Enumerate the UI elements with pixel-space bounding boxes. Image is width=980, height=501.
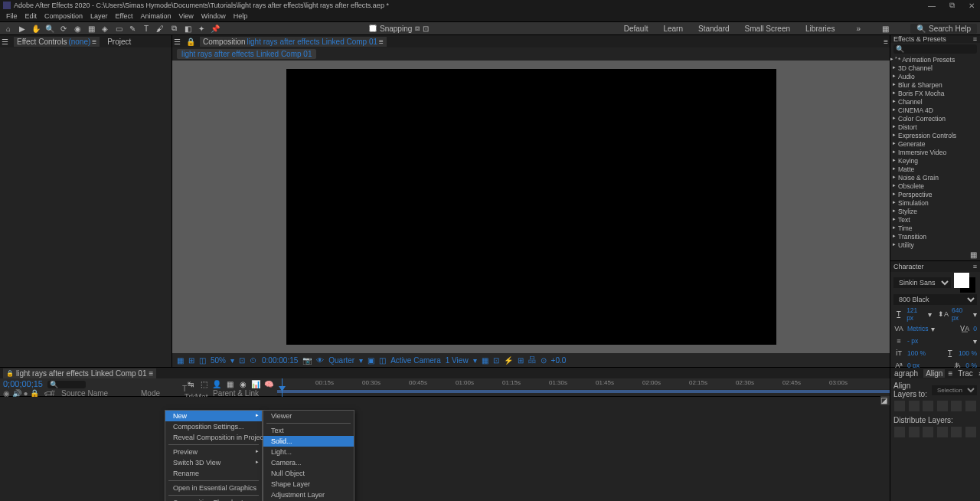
lock-icon[interactable]: 🔒 (186, 38, 195, 46)
context-menu-item[interactable]: New (165, 411, 262, 421)
orbit-tool-icon[interactable]: ⟳ (58, 23, 69, 34)
snapping-opt2-icon[interactable]: ⊡ (423, 25, 429, 33)
context-menu-item[interactable]: Shape Layer (263, 479, 354, 490)
effect-category[interactable]: Color Correction (892, 114, 978, 123)
effect-category[interactable]: 3D Channel (892, 64, 978, 72)
dist-right-button[interactable] (965, 427, 976, 437)
effect-category[interactable]: Noise & Grain (892, 173, 978, 182)
context-menu-item[interactable]: Composition Settings... (165, 421, 262, 432)
context-menu-item[interactable]: Solid... (263, 436, 354, 447)
vertical-scale[interactable]: 100 % (907, 349, 926, 357)
magnification[interactable]: 50% (211, 356, 226, 365)
tab-effect-controls[interactable]: Effect Controls (none) ≡ (14, 37, 100, 47)
tracking[interactable]: 0 (973, 325, 977, 332)
workspace-learn[interactable]: Learn (663, 25, 683, 33)
active-camera[interactable]: Active Camera (390, 356, 441, 365)
show-snapshot-icon[interactable]: 👁 (316, 356, 324, 365)
context-menu-item[interactable]: Camera... (263, 457, 354, 468)
dist-hcenter-button[interactable] (951, 427, 962, 437)
audio-icon[interactable]: 🔊 (12, 389, 21, 398)
camera-tool-icon[interactable]: ▦ (86, 23, 96, 34)
brain-icon[interactable]: 🧠 (263, 378, 274, 389)
workspace-libraries[interactable]: Libraries (805, 25, 835, 33)
current-timecode[interactable]: 0;00;00;15 (3, 379, 43, 388)
menu-composition[interactable]: Composition (41, 12, 86, 20)
pen-tool-icon[interactable]: ✎ (127, 23, 138, 34)
puppet-tool-icon[interactable]: 📌 (210, 23, 220, 34)
res-icon[interactable]: ⊡ (239, 356, 245, 365)
workspace-default[interactable]: Default (624, 25, 648, 33)
grid-icon[interactable]: ⊞ (188, 356, 194, 365)
eraser-tool-icon[interactable]: ◧ (182, 23, 193, 34)
timeline-tab[interactable]: 🔒 light rays after effects Linked Comp 0… (3, 368, 156, 378)
pan-behind-tool-icon[interactable]: ◈ (100, 23, 110, 34)
context-menu-item[interactable]: Preview (165, 447, 262, 457)
menu-help[interactable]: Help (230, 12, 251, 20)
panel-opts-icon[interactable]: ≡ (379, 38, 384, 46)
snapshot-icon[interactable]: 📷 (302, 356, 312, 365)
reset-exposure-icon[interactable]: ⊙ (541, 356, 547, 365)
dist-vcenter-button[interactable] (909, 427, 920, 437)
col-lock-icon[interactable]: 🔒 (30, 389, 39, 398)
timeline-search-input[interactable] (47, 381, 86, 388)
view-dropdown-icon[interactable]: ▾ (473, 356, 477, 365)
rect-tool-icon[interactable]: ▭ (113, 23, 124, 34)
effect-category[interactable]: * Animation Presets (892, 55, 978, 64)
work-area-bar[interactable] (277, 390, 890, 393)
flowchart-icon[interactable]: 品 (528, 355, 536, 365)
leading[interactable]: 640 px (952, 306, 970, 322)
channel-icon[interactable]: ▦ (177, 356, 184, 365)
font-family-select[interactable]: Sinkin Sans (893, 277, 951, 288)
frame-blend-icon[interactable]: ▦ (224, 378, 235, 389)
panel-opts-icon[interactable]: ≡ (973, 35, 977, 43)
align-to-select[interactable]: Selection (932, 385, 977, 395)
effect-category[interactable]: Generate (892, 139, 978, 148)
minimize-button[interactable]: — (926, 2, 937, 9)
col-source[interactable]: Source Name (57, 389, 141, 398)
effect-category[interactable]: Perspective (892, 190, 978, 198)
effect-category[interactable]: Time (892, 224, 978, 232)
tab-composition[interactable]: Composition light rays after effects Lin… (200, 37, 387, 47)
roi-icon[interactable]: ▣ (368, 356, 374, 365)
timecode-icon[interactable]: ⏲ (250, 356, 257, 365)
zoom-tool-icon[interactable]: 🔍 (44, 23, 55, 34)
align-left-button[interactable] (894, 401, 905, 411)
context-menu-item[interactable]: Rename (165, 468, 262, 479)
tab-paragraph[interactable]: agraph (892, 369, 920, 378)
snapping-opt1-icon[interactable]: ⧈ (415, 24, 420, 33)
align-right-button[interactable] (923, 401, 933, 411)
effect-category[interactable]: Boris FX Mocha (892, 89, 978, 97)
align-bottom-button[interactable] (965, 401, 976, 411)
workspace-more-icon[interactable]: » (856, 25, 861, 33)
menu-layer[interactable]: Layer (87, 12, 111, 20)
panel-opts-icon[interactable]: ≡ (149, 369, 153, 378)
hand-tool-icon[interactable]: ✋ (31, 23, 41, 34)
effect-category[interactable]: Matte (892, 165, 978, 173)
close-button[interactable]: ✕ (966, 2, 977, 9)
res-dropdown-icon[interactable]: ▾ (359, 356, 363, 365)
panel-menu-icon[interactable]: ☰ (2, 38, 9, 46)
menu-window[interactable]: Window (198, 12, 229, 20)
effect-category[interactable]: Blur & Sharpen (892, 80, 978, 89)
align-top-button[interactable] (937, 401, 948, 411)
menu-effect[interactable]: Effect (113, 12, 136, 20)
maximize-button[interactable]: ⧉ (946, 2, 957, 9)
panel-menu-icon[interactable]: ☰ (174, 38, 181, 46)
effect-category[interactable]: Keying (892, 156, 978, 165)
panel-opts-icon[interactable]: ≡ (973, 263, 977, 270)
effect-category[interactable]: Utility (892, 241, 978, 249)
align-hcenter-button[interactable] (909, 401, 920, 411)
panel-opts-icon[interactable]: ≡ (948, 369, 952, 378)
panel-close-icon[interactable]: ≡ (884, 38, 888, 46)
shy-icon[interactable]: 👤 (211, 378, 222, 389)
effect-category[interactable]: Distort (892, 123, 978, 131)
type-tool-icon[interactable]: T (141, 23, 152, 34)
context-menu-item[interactable]: Text (263, 425, 354, 436)
snapping-checkbox[interactable] (369, 25, 377, 32)
composition-viewport[interactable] (286, 69, 776, 345)
menu-animation[interactable]: Animation (137, 12, 174, 20)
workspace-standard[interactable]: Standard (698, 25, 730, 33)
context-menu-item[interactable]: Composition Flowchart (165, 497, 262, 501)
motion-blur-icon[interactable]: ◉ (237, 378, 248, 389)
dist-bottom-button[interactable] (923, 427, 933, 437)
